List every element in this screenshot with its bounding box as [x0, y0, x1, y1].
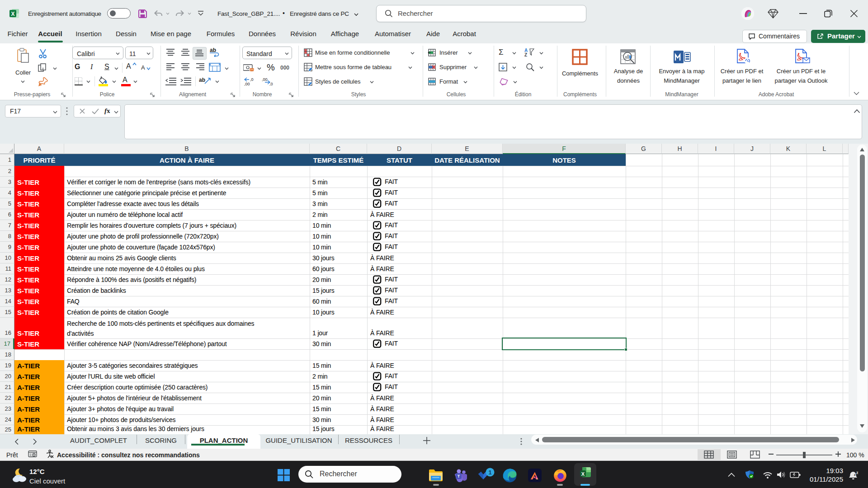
- svg-text:,00: ,00: [244, 82, 250, 86]
- svg-text:,0: ,0: [250, 77, 254, 82]
- svg-text:z: z: [856, 470, 859, 475]
- svg-text:X: X: [11, 11, 14, 17]
- svg-text:,0: ,0: [269, 82, 273, 86]
- svg-text:z: z: [854, 473, 856, 476]
- svg-text:,00: ,00: [262, 77, 268, 82]
- svg-text:1: 1: [488, 469, 491, 476]
- svg-text:Z: Z: [524, 52, 527, 57]
- svg-text:T: T: [458, 474, 460, 479]
- svg-text:X: X: [581, 471, 585, 477]
